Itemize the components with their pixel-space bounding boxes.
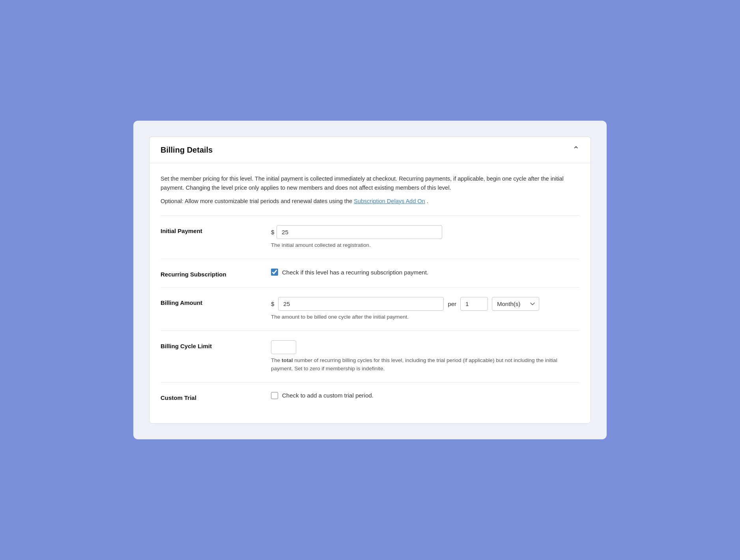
initial-payment-input[interactable] xyxy=(277,225,442,239)
initial-payment-hint: The initial amount collected at registra… xyxy=(271,241,579,249)
subscription-delays-link[interactable]: Subscription Delays Add On xyxy=(354,198,425,204)
card-title: Billing Details xyxy=(161,146,213,155)
billing-amount-control: $ per Month(s) Day(s) Week(s) Year(s) Th… xyxy=(271,297,579,321)
hint-prefix: The xyxy=(271,357,282,363)
per-label: per xyxy=(448,301,456,307)
recurring-subscription-control: Check if this level has a recurring subs… xyxy=(271,269,579,276)
custom-trial-control: Check to add a custom trial period. xyxy=(271,392,579,399)
custom-trial-checkbox-row: Check to add a custom trial period. xyxy=(271,392,579,399)
optional-prefix: Optional: Allow more customizable trial … xyxy=(161,198,354,204)
custom-trial-checkbox[interactable] xyxy=(271,392,278,399)
billing-cycle-limit-control: The total number of recurring billing cy… xyxy=(271,340,579,373)
billing-cycle-limit-label: Billing Cycle Limit xyxy=(161,340,271,349)
billing-amount-label: Billing Amount xyxy=(161,297,271,306)
recurring-subscription-label: Recurring Subscription xyxy=(161,269,271,278)
hint-suffix: number of recurring billing cycles for t… xyxy=(271,357,557,371)
billing-period-select[interactable]: Month(s) Day(s) Week(s) Year(s) xyxy=(492,297,539,311)
card-header: Billing Details ⌃ xyxy=(149,137,591,163)
initial-payment-row: Initial Payment $ The initial amount col… xyxy=(161,215,579,259)
billing-cycle-limit-row: Billing Cycle Limit The total number of … xyxy=(161,330,579,382)
main-description: Set the member pricing for this level. T… xyxy=(161,174,579,192)
billing-details-card: Billing Details ⌃ Set the member pricing… xyxy=(149,136,591,424)
billing-amount-input[interactable] xyxy=(278,297,444,311)
initial-payment-control: $ The initial amount collected at regist… xyxy=(271,225,579,249)
billing-amount-currency: $ xyxy=(271,301,274,307)
optional-suffix: . xyxy=(427,198,428,204)
recurring-subscription-row: Recurring Subscription Check if this lev… xyxy=(161,259,579,287)
initial-payment-input-wrapper: $ xyxy=(271,225,579,239)
initial-payment-label: Initial Payment xyxy=(161,225,271,234)
optional-description: Optional: Allow more customizable trial … xyxy=(161,197,579,206)
recurring-subscription-checkbox-label: Check if this level has a recurring subs… xyxy=(282,269,428,276)
billing-cycle-limit-hint: The total number of recurring billing cy… xyxy=(271,357,579,373)
custom-trial-checkbox-label: Check to add a custom trial period. xyxy=(282,392,374,399)
recurring-subscription-checkbox-row: Check if this level has a recurring subs… xyxy=(271,269,579,276)
custom-trial-label: Custom Trial xyxy=(161,392,271,401)
collapse-button[interactable]: ⌃ xyxy=(572,145,579,155)
custom-trial-row: Custom Trial Check to add a custom trial… xyxy=(161,382,579,411)
page-wrapper: Billing Details ⌃ Set the member pricing… xyxy=(133,121,607,439)
billing-amount-inputs: $ per Month(s) Day(s) Week(s) Year(s) xyxy=(271,297,579,311)
billing-amount-hint: The amount to be billed one cycle after … xyxy=(271,313,579,321)
billing-cycle-limit-input[interactable] xyxy=(271,340,296,354)
hint-bold: total xyxy=(282,357,293,363)
card-body: Set the member pricing for this level. T… xyxy=(149,163,591,423)
billing-amount-row: Billing Amount $ per Month(s) Day(s) Wee… xyxy=(161,287,579,330)
initial-payment-currency: $ xyxy=(271,229,274,235)
description-block: Set the member pricing for this level. T… xyxy=(161,174,579,206)
billing-cycle-input[interactable] xyxy=(460,297,488,311)
recurring-subscription-checkbox[interactable] xyxy=(271,269,278,276)
